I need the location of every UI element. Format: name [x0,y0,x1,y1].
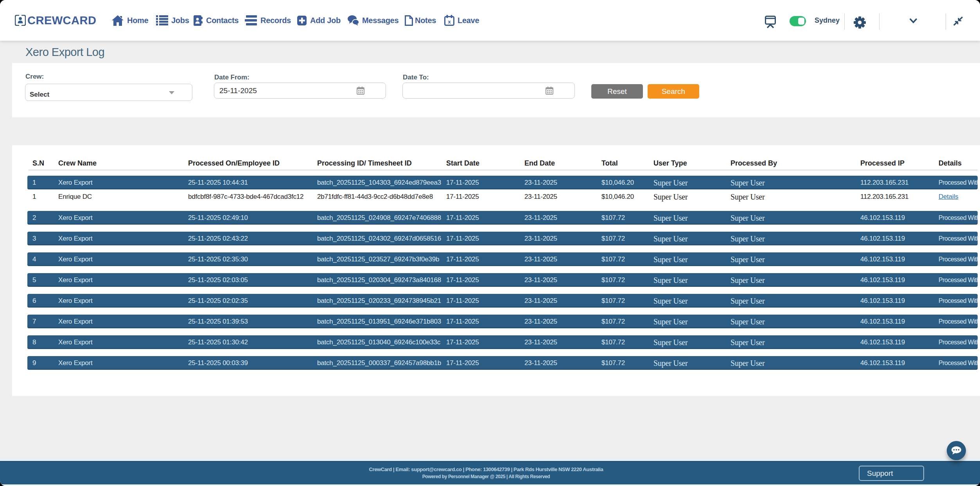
svg-text:x: x [448,19,451,25]
